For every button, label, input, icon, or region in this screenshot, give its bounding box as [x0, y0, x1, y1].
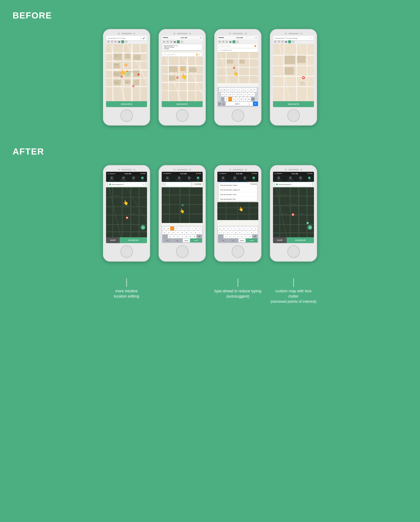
key-shift-a2[interactable]: ⇧: [162, 235, 168, 238]
key-w-a2[interactable]: W: [166, 227, 170, 230]
key-j-a2[interactable]: J: [189, 230, 193, 234]
key-L-b3[interactable]: L: [251, 92, 255, 97]
key-v-a2[interactable]: V: [180, 235, 184, 238]
gps-btn-a4[interactable]: ⊕: [308, 225, 312, 230]
cancel-btn-a3[interactable]: Cancelar: [250, 183, 257, 185]
key-b2-a3[interactable]: b: [240, 235, 244, 238]
key-a2-a3[interactable]: a: [218, 230, 222, 234]
tab-cat-a4[interactable]: Categoria: [276, 177, 281, 181]
key-d2-a3[interactable]: d: [226, 230, 230, 234]
key-l-a2[interactable]: L: [198, 230, 202, 234]
key-Y-b3[interactable]: Y: [238, 88, 242, 92]
key-y2-a3[interactable]: y: [238, 227, 242, 230]
key-K-b3[interactable]: K: [248, 92, 251, 97]
key-x2-a3[interactable]: x: [228, 235, 232, 238]
key-V-b3[interactable]: V: [236, 97, 239, 101]
tab-local-a1[interactable]: Local: [141, 177, 144, 181]
key-u-a2[interactable]: U: [186, 227, 190, 230]
key-c2-a3[interactable]: c: [232, 235, 236, 238]
key-q-a2[interactable]: Q: [162, 227, 166, 230]
gps-btn-a1[interactable]: ⊕: [141, 225, 145, 230]
sair-btn-a4[interactable]: SAIR: [273, 237, 287, 243]
tab-local-a3[interactable]: Local: [252, 177, 255, 181]
key-shift-a3[interactable]: ⇧: [218, 235, 223, 238]
key-P-b3[interactable]: P: [253, 88, 257, 92]
key-123-a3[interactable]: 123: [218, 238, 228, 242]
key-T-b3[interactable]: T: [234, 88, 238, 92]
key-del-a2[interactable]: ⌫: [197, 235, 202, 238]
key-C-b3[interactable]: C: [232, 97, 236, 101]
key-c-a2[interactable]: C: [176, 235, 180, 238]
key-E-b3[interactable]: E: [227, 88, 230, 92]
address-clear-b1[interactable]: ✕: [140, 37, 142, 39]
seguinte-btn-b2[interactable]: SEGUINTE: [162, 101, 203, 107]
key-Q-b3[interactable]: Q: [219, 88, 223, 92]
key-o2-a3[interactable]: o: [250, 227, 254, 230]
key-space-a2[interactable]: space: [183, 238, 190, 242]
key-y-a2[interactable]: Y: [182, 227, 186, 230]
key-search-a2[interactable]: search: [190, 238, 202, 242]
key-n-a2[interactable]: N: [188, 235, 192, 238]
key-l2-a3[interactable]: l: [254, 230, 258, 234]
seguinte-btn-b4[interactable]: SEGUINTE: [273, 101, 314, 107]
key-t-a2[interactable]: T: [178, 227, 182, 230]
suggest-2-a3[interactable]: Rua da Emenda, Caldas de...: [219, 188, 257, 192]
avancar-btn-a1[interactable]: AVANÇAR: [120, 237, 147, 243]
tab-local-a2[interactable]: Local: [197, 177, 199, 181]
tab-foto-a3[interactable]: Foto: [244, 177, 246, 181]
tab-cat-a2[interactable]: Categoria: [165, 177, 170, 181]
key-D-b3[interactable]: D: [229, 92, 232, 97]
address-clear-b4[interactable]: ✕: [310, 37, 312, 39]
key-emoji-b3[interactable]: ☺: [222, 102, 225, 106]
key-R-b3[interactable]: R: [231, 88, 234, 92]
key-u2-a3[interactable]: u: [242, 227, 246, 230]
key-i2-row2-a3[interactable]: i: [242, 230, 246, 234]
key-p2-a3[interactable]: p: [254, 227, 258, 230]
key-i2-a3[interactable]: i: [246, 227, 250, 230]
tab-foto-a4[interactable]: Foto: [299, 177, 302, 181]
key-123-b3[interactable]: 123: [218, 102, 221, 106]
key-r2-a3[interactable]: r: [230, 227, 234, 230]
address-bar-b4[interactable]: Rua das Almas, N.º 76, Lisboa, Portugu..…: [274, 36, 313, 40]
key-del-a3[interactable]: ⌫: [252, 235, 258, 238]
suggest-4-a3[interactable]: Rua da Emenda, Faro: [219, 197, 257, 201]
key-g2-a3[interactable]: g: [234, 230, 238, 234]
key-k-a2[interactable]: K: [193, 230, 198, 234]
key-r-a2[interactable]: R: [174, 227, 178, 230]
input-location-b3[interactable]: ☑Localização Actual: [218, 48, 258, 52]
key-123-a2[interactable]: 123: [162, 238, 172, 242]
key-mic-a2[interactable]: 🎤: [173, 238, 183, 242]
key-N-b3[interactable]: N: [244, 97, 247, 101]
edit-bar-b2[interactable]: Editar Endereço ✕: [162, 53, 202, 56]
key-x-a2[interactable]: X: [172, 235, 176, 238]
key-o-a2[interactable]: O: [194, 227, 198, 230]
key-k2-a3[interactable]: k: [250, 230, 254, 234]
key-a-a2[interactable]: A: [162, 230, 167, 234]
key-z-a2[interactable]: Z: [168, 235, 172, 238]
tab-foto-a2[interactable]: Foto: [188, 177, 191, 181]
tab-desc-a4[interactable]: Descrição: [288, 177, 293, 181]
key-mic-a3[interactable]: 🎤: [228, 238, 238, 242]
key-I-b3[interactable]: I: [246, 88, 249, 92]
key-z2-a3[interactable]: z: [224, 235, 228, 238]
address-bar-b1[interactable]: Rua do Alecrim, N.º 47, Portug... ✕ 🎤: [107, 36, 146, 40]
tab-desc-a2[interactable]: Descrição: [176, 177, 182, 181]
key-S-b3[interactable]: S: [225, 92, 228, 97]
key-B-b3[interactable]: B: [240, 97, 243, 101]
key-h2-a3[interactable]: h: [238, 230, 242, 234]
tab-descricao-a1[interactable]: Descrição: [121, 177, 126, 181]
key-q2-a3[interactable]: q: [218, 227, 222, 230]
key-s2-a3[interactable]: s: [222, 230, 226, 234]
key-m-a2[interactable]: M: [192, 235, 197, 238]
key-f-a2[interactable]: F: [176, 230, 180, 234]
key-j2-a3[interactable]: j: [246, 230, 250, 234]
search-field-a2[interactable]: [163, 182, 192, 187]
key-M-b3[interactable]: M: [247, 97, 251, 101]
key-J-b3[interactable]: J: [244, 92, 247, 97]
key-F-b3[interactable]: F: [232, 92, 236, 97]
tab-local-a4[interactable]: Local: [308, 177, 311, 181]
key-w2-a3[interactable]: w: [222, 227, 226, 230]
key-go-b3[interactable]: Go: [253, 102, 258, 106]
key-h-a2[interactable]: H: [185, 230, 189, 234]
key-shift-b3[interactable]: ⇧: [221, 97, 224, 101]
